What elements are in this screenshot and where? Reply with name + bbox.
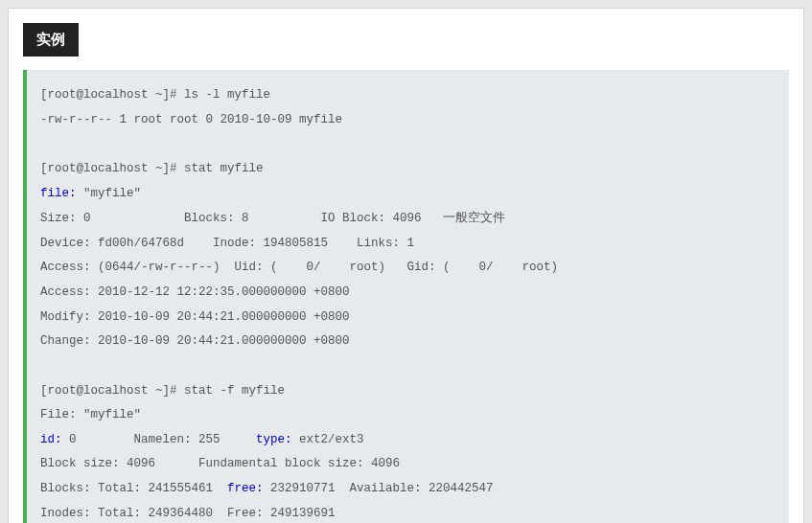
code-line: Modify: 2010-10-09 20:44:21.000000000 +0… (40, 310, 350, 324)
code-line: Block size: 4096 Fundamental block size:… (40, 457, 400, 470)
code-text: Blocks: Total: 241555461 (40, 482, 227, 495)
code-block: [root@localhost ~]# ls -l myfile -rw-r--… (23, 70, 789, 523)
code-line: [root@localhost ~]# stat myfile (40, 162, 264, 175)
code-text: Size: 0 Blocks: 8 IO Block: 4096 (40, 212, 443, 225)
keyword-file: file: (40, 187, 77, 200)
code-line: Access: (0644/-rw-r--r--) Uid: ( 0/ root… (40, 261, 558, 274)
code-line: Change: 2010-10-09 20:44:21.000000000 +0… (40, 334, 350, 348)
code-line: Access: 2010-12-12 12:22:35.000000000 +0… (40, 285, 350, 299)
code-text: 0 Namelen: 255 (62, 433, 257, 446)
code-text: "myfile" (77, 187, 142, 200)
code-line: File: "myfile" (40, 408, 141, 421)
code-line: [root@localhost ~]# ls -l myfile (40, 88, 270, 102)
code-text: 232910771 Available: 220442547 (264, 482, 494, 495)
code-line: -rw-r--r-- 1 root root 0 2010-10-09 myfi… (40, 113, 342, 126)
code-text: ext2/ext3 (292, 433, 364, 446)
keyword-type: type: (256, 433, 292, 446)
example-card: 实例 [root@localhost ~]# ls -l myfile -rw-… (8, 8, 804, 523)
code-line: Device: fd00h/64768d Inode: 194805815 Li… (40, 237, 414, 250)
keyword-free: free: (227, 482, 264, 495)
keyword-id: id: (40, 433, 62, 446)
example-badge: 实例 (23, 23, 79, 57)
code-line: [root@localhost ~]# stat -f myfile (40, 384, 285, 398)
code-line: Inodes: Total: 249364480 Free: 249139691 (40, 507, 336, 520)
code-cjk-text: 一般空文件 (443, 211, 505, 224)
